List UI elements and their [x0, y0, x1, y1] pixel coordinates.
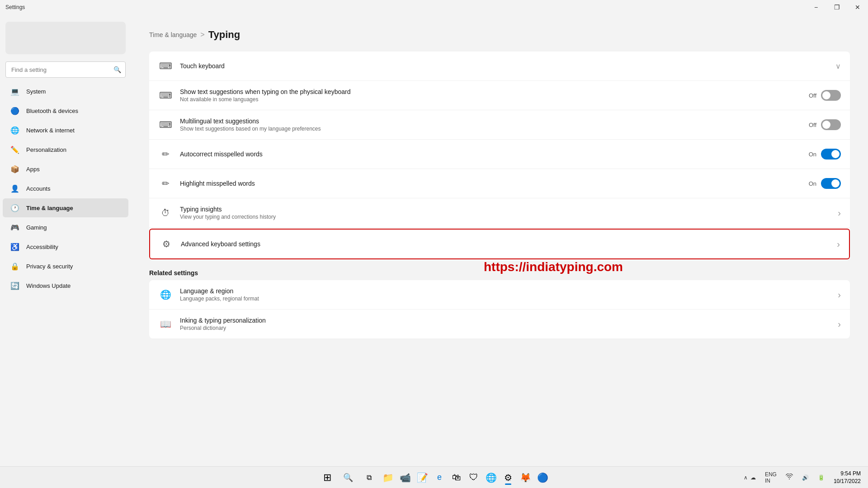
setting-icon-highlight: ✏ — [158, 176, 173, 191]
related-subtitle-language-region: Language packs, regional format — [180, 296, 830, 302]
toggle-multilingual[interactable] — [821, 119, 841, 130]
setting-title-typing-insights: Typing insights — [180, 206, 830, 213]
taskbar-app-malwarebytes[interactable]: 🛡 — [466, 469, 482, 486]
setting-title-touch-keyboard: Touch keyboard — [180, 62, 828, 70]
sidebar-item-bluetooth[interactable]: 🔵Bluetooth & devices — [3, 101, 128, 120]
tray-lang-label: ENGIN — [765, 471, 777, 484]
nav-icon-system: 💻 — [10, 86, 20, 96]
settings-card-main: ⌨Touch keyboard∨⌨Show text suggestions w… — [149, 52, 850, 260]
related-row-inking-typing[interactable]: 📖Inking & typing personalizationPersonal… — [149, 310, 850, 338]
sidebar-item-gaming[interactable]: 🎮Gaming — [3, 218, 128, 237]
clock-date: 10/17/2022 — [834, 478, 861, 485]
setting-control-autocorrect: On — [809, 149, 841, 160]
setting-row-advanced-keyboard[interactable]: ⚙Advanced keyboard settings› — [149, 229, 850, 259]
sidebar-item-system[interactable]: 💻System — [3, 82, 128, 101]
search-icon: 🔍 — [113, 66, 121, 73]
setting-icon-advanced-keyboard: ⚙ — [159, 237, 174, 251]
taskbar-app-ie[interactable]: 🌐 — [483, 469, 499, 486]
toggle-highlight[interactable] — [821, 178, 841, 189]
related-text-language-region: Language & regionLanguage packs, regiona… — [180, 287, 830, 302]
chevron-down-icon-touch-keyboard: ∨ — [835, 62, 841, 70]
setting-row-typing-insights[interactable]: ⏱Typing insightsView your typing and cor… — [149, 198, 850, 228]
minimize-button[interactable]: − — [806, 0, 826, 14]
breadcrumb-separator: > — [200, 31, 204, 39]
taskbar-app-file-explorer[interactable]: 📁 — [380, 469, 396, 486]
related-row-language-region[interactable]: 🌐Language & regionLanguage packs, region… — [149, 280, 850, 310]
tray-wifi[interactable] — [782, 472, 797, 483]
settings-list: ⌨Touch keyboard∨⌨Show text suggestions w… — [149, 52, 850, 260]
volume-icon: 🔊 — [802, 474, 809, 481]
setting-row-autocorrect[interactable]: ✏Autocorrect misspelled wordsOn — [149, 140, 850, 169]
breadcrumb-parent[interactable]: Time & language — [149, 31, 197, 38]
nav-label-privacy: Privacy & security — [26, 263, 73, 270]
taskbar-app-firefox[interactable]: 🦊 — [517, 469, 533, 486]
setting-title-multilingual: Multilingual text suggestions — [180, 117, 802, 125]
sidebar-profile — [5, 22, 126, 54]
page-title: Typing — [208, 29, 240, 41]
search-box: 🔍 — [5, 61, 126, 78]
tray-cloud-icon: ☁ — [750, 474, 756, 481]
maximize-button[interactable]: ❐ — [826, 0, 847, 14]
related-title-inking-typing: Inking & typing personalization — [180, 317, 830, 324]
related-icon-language-region: 🌐 — [158, 287, 173, 302]
taskbar-app-edge[interactable]: e — [431, 469, 448, 486]
setting-icon-touch-keyboard: ⌨ — [158, 59, 173, 73]
setting-subtitle-typing-insights: View your typing and corrections history — [180, 214, 830, 220]
breadcrumb: Time & language > Typing — [149, 29, 850, 41]
sidebar-item-accounts[interactable]: 👤Accounts — [3, 179, 128, 198]
sidebar-item-accessibility[interactable]: ♿Accessibility — [3, 237, 128, 256]
clock[interactable]: 9:54 PM 10/17/2022 — [830, 468, 864, 487]
sidebar-item-privacy[interactable]: 🔒Privacy & security — [3, 257, 128, 276]
nav-icon-apps: 📦 — [10, 164, 20, 174]
nav-label-apps: Apps — [26, 166, 40, 173]
taskbar-search-button[interactable]: 🔍 — [338, 468, 358, 488]
sidebar-item-update[interactable]: 🔄Windows Update — [3, 276, 128, 295]
setting-control-multilingual: Off — [809, 119, 841, 130]
titlebar: Settings − ❐ ✕ — [0, 0, 868, 14]
taskbar-app-ms-store[interactable]: 🛍 — [448, 469, 465, 486]
start-button[interactable]: ⊞ — [317, 468, 337, 488]
nav-label-network: Network & internet — [26, 127, 75, 134]
system-tray[interactable]: ∧ ☁ — [740, 473, 760, 483]
setting-text-highlight: Highlight misspelled words — [180, 180, 802, 187]
nav-icon-accounts: 👤 — [10, 183, 20, 193]
tray-volume[interactable]: 🔊 — [798, 473, 812, 483]
wifi-icon — [786, 474, 793, 481]
toggle-text-suggestions[interactable] — [821, 90, 841, 101]
tray-lang[interactable]: ENGIN — [761, 469, 780, 486]
toggle-label-highlight: On — [809, 180, 816, 187]
setting-text-advanced-keyboard: Advanced keyboard settings — [181, 240, 830, 248]
setting-row-multilingual[interactable]: ⌨Multilingual text suggestionsShow text … — [149, 110, 850, 140]
related-chevron-language-region: › — [838, 290, 841, 300]
setting-row-highlight[interactable]: ✏Highlight misspelled wordsOn — [149, 169, 850, 198]
taskbar-app-teams[interactable]: 📹 — [397, 469, 413, 486]
setting-row-text-suggestions[interactable]: ⌨Show text suggestions when typing on th… — [149, 81, 850, 110]
toggle-autocorrect[interactable] — [821, 149, 841, 160]
close-button[interactable]: ✕ — [847, 0, 868, 14]
nav-icon-gaming: 🎮 — [10, 222, 20, 232]
taskbar-app-chrome[interactable]: 🔵 — [534, 469, 551, 486]
setting-row-touch-keyboard[interactable]: ⌨Touch keyboard∨ — [149, 52, 850, 81]
related-text-inking-typing: Inking & typing personalizationPersonal … — [180, 317, 830, 331]
main-panel: Time & language > Typing https://indiaty… — [131, 14, 868, 466]
related-title-language-region: Language & region — [180, 287, 830, 295]
nav-label-time: Time & language — [26, 205, 73, 211]
sidebar-item-network[interactable]: 🌐Network & internet — [3, 121, 128, 140]
sidebar-item-apps[interactable]: 📦Apps — [3, 160, 128, 178]
sidebar: 🔍 💻System🔵Bluetooth & devices🌐Network & … — [0, 14, 131, 466]
setting-title-highlight: Highlight misspelled words — [180, 180, 802, 187]
setting-icon-typing-insights: ⏱ — [158, 206, 173, 220]
tray-battery[interactable]: 🔋 — [814, 473, 828, 483]
nav-label-update: Windows Update — [26, 282, 71, 289]
search-input[interactable] — [5, 61, 126, 78]
task-view-button[interactable]: ⧉ — [359, 468, 379, 488]
taskbar-app-settings[interactable]: ⚙ — [500, 469, 516, 486]
taskbar-app-notepad[interactable]: 📝 — [414, 469, 430, 486]
setting-control-highlight: On — [809, 178, 841, 189]
related-list: 🌐Language & regionLanguage packs, region… — [149, 280, 850, 338]
toggle-label-text-suggestions: Off — [809, 92, 816, 99]
nav-label-system: System — [26, 88, 46, 95]
sidebar-item-personalization[interactable]: ✏️Personalization — [3, 140, 128, 159]
sidebar-item-time[interactable]: 🕐Time & language — [3, 198, 128, 217]
setting-text-multilingual: Multilingual text suggestionsShow text s… — [180, 117, 802, 132]
